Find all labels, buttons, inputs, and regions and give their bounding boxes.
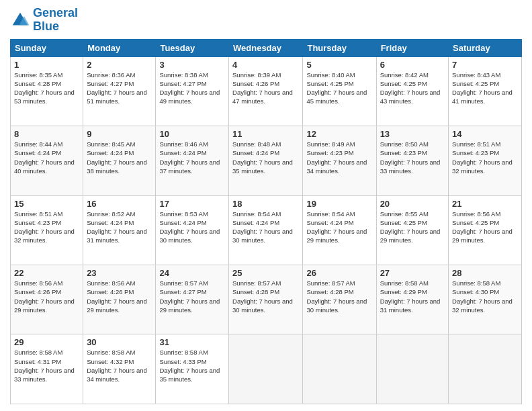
cell-text: Sunrise: 8:38 AMSunset: 4:27 PMDaylight:…: [159, 71, 220, 105]
cell-text: Sunrise: 8:56 AMSunset: 4:26 PMDaylight:…: [87, 279, 147, 314]
calendar-cell: 21Sunrise: 8:56 AMSunset: 4:25 PMDayligh…: [449, 195, 522, 265]
cell-text: Sunrise: 8:56 AMSunset: 4:26 PMDaylight:…: [14, 279, 75, 314]
day-number: 1: [14, 60, 79, 70]
col-header-saturday: Saturday: [449, 39, 522, 56]
cell-text: Sunrise: 8:58 AMSunset: 4:32 PMDaylight:…: [87, 349, 147, 383]
day-number: 28: [452, 268, 518, 278]
cell-text: Sunrise: 8:54 AMSunset: 4:24 PMDaylight:…: [306, 210, 367, 244]
day-number: 27: [380, 268, 445, 278]
calendar-cell: 14Sunrise: 8:51 AMSunset: 4:23 PMDayligh…: [449, 126, 522, 195]
calendar-cell: 7Sunrise: 8:43 AMSunset: 4:25 PMDaylight…: [449, 56, 522, 126]
logo: General Blue: [10, 7, 78, 34]
day-number: 29: [14, 337, 79, 347]
cell-text: Sunrise: 8:58 AMSunset: 4:33 PMDaylight:…: [159, 349, 220, 383]
day-number: 10: [159, 129, 225, 139]
calendar-cell: 18Sunrise: 8:54 AMSunset: 4:24 PMDayligh…: [229, 195, 303, 265]
col-header-thursday: Thursday: [303, 39, 376, 56]
day-number: 25: [232, 268, 299, 278]
calendar-cell: 20Sunrise: 8:55 AMSunset: 4:25 PMDayligh…: [376, 195, 448, 265]
cell-text: Sunrise: 8:36 AMSunset: 4:27 PMDaylight:…: [87, 71, 147, 105]
calendar-week-2: 8Sunrise: 8:44 AMSunset: 4:24 PMDaylight…: [11, 126, 522, 195]
cell-text: Sunrise: 8:56 AMSunset: 4:25 PMDaylight:…: [452, 210, 513, 244]
day-number: 9: [87, 129, 152, 139]
calendar-cell: 27Sunrise: 8:58 AMSunset: 4:29 PMDayligh…: [376, 265, 448, 334]
calendar-cell: 26Sunrise: 8:57 AMSunset: 4:28 PMDayligh…: [303, 265, 376, 334]
day-number: 14: [452, 129, 518, 139]
calendar-cell: [449, 334, 522, 404]
calendar-cell: 22Sunrise: 8:56 AMSunset: 4:26 PMDayligh…: [11, 265, 83, 334]
col-header-sunday: Sunday: [11, 39, 83, 56]
calendar-cell: 8Sunrise: 8:44 AMSunset: 4:24 PMDaylight…: [11, 126, 83, 195]
calendar-body: 1Sunrise: 8:35 AMSunset: 4:28 PMDaylight…: [11, 56, 522, 404]
cell-text: Sunrise: 8:58 AMSunset: 4:30 PMDaylight:…: [452, 279, 513, 314]
calendar-cell: 1Sunrise: 8:35 AMSunset: 4:28 PMDaylight…: [11, 56, 83, 126]
cell-text: Sunrise: 8:35 AMSunset: 4:28 PMDaylight:…: [14, 71, 75, 105]
cell-text: Sunrise: 8:57 AMSunset: 4:28 PMDaylight:…: [232, 279, 293, 314]
cell-text: Sunrise: 8:44 AMSunset: 4:24 PMDaylight:…: [14, 140, 75, 175]
col-header-monday: Monday: [83, 39, 156, 56]
calendar-header-row: SundayMondayTuesdayWednesdayThursdayFrid…: [11, 39, 522, 56]
day-number: 8: [14, 129, 79, 139]
calendar-cell: 23Sunrise: 8:56 AMSunset: 4:26 PMDayligh…: [83, 265, 156, 334]
cell-text: Sunrise: 8:45 AMSunset: 4:24 PMDaylight:…: [87, 140, 147, 175]
calendar-cell: 29Sunrise: 8:58 AMSunset: 4:31 PMDayligh…: [11, 334, 83, 404]
cell-text: Sunrise: 8:57 AMSunset: 4:28 PMDaylight:…: [306, 279, 367, 314]
day-number: 30: [87, 337, 152, 347]
calendar-cell: 17Sunrise: 8:53 AMSunset: 4:24 PMDayligh…: [156, 195, 229, 265]
cell-text: Sunrise: 8:57 AMSunset: 4:27 PMDaylight:…: [159, 279, 220, 314]
calendar-cell: [376, 334, 448, 404]
day-number: 5: [306, 60, 372, 70]
calendar-cell: 25Sunrise: 8:57 AMSunset: 4:28 PMDayligh…: [229, 265, 303, 334]
day-number: 19: [306, 199, 372, 209]
col-header-wednesday: Wednesday: [229, 39, 303, 56]
calendar-cell: 19Sunrise: 8:54 AMSunset: 4:24 PMDayligh…: [303, 195, 376, 265]
page-header: General Blue: [10, 7, 522, 34]
calendar-week-3: 15Sunrise: 8:51 AMSunset: 4:23 PMDayligh…: [11, 195, 522, 265]
calendar-week-1: 1Sunrise: 8:35 AMSunset: 4:28 PMDaylight…: [11, 56, 522, 126]
cell-text: Sunrise: 8:55 AMSunset: 4:25 PMDaylight:…: [380, 210, 441, 244]
calendar-cell: 9Sunrise: 8:45 AMSunset: 4:24 PMDaylight…: [83, 126, 156, 195]
calendar-cell: 6Sunrise: 8:42 AMSunset: 4:25 PMDaylight…: [376, 56, 448, 126]
day-number: 21: [452, 199, 518, 209]
cell-text: Sunrise: 8:39 AMSunset: 4:26 PMDaylight:…: [232, 71, 293, 105]
cell-text: Sunrise: 8:48 AMSunset: 4:24 PMDaylight:…: [232, 140, 293, 175]
calendar-cell: 15Sunrise: 8:51 AMSunset: 4:23 PMDayligh…: [11, 195, 83, 265]
calendar-week-4: 22Sunrise: 8:56 AMSunset: 4:26 PMDayligh…: [11, 265, 522, 334]
cell-text: Sunrise: 8:51 AMSunset: 4:23 PMDaylight:…: [452, 140, 513, 175]
day-number: 23: [87, 268, 152, 278]
calendar-week-5: 29Sunrise: 8:58 AMSunset: 4:31 PMDayligh…: [11, 334, 522, 404]
day-number: 24: [159, 268, 225, 278]
day-number: 11: [232, 129, 299, 139]
day-number: 18: [232, 199, 299, 209]
calendar-cell: 12Sunrise: 8:49 AMSunset: 4:23 PMDayligh…: [303, 126, 376, 195]
day-number: 2: [87, 60, 152, 70]
calendar-cell: 30Sunrise: 8:58 AMSunset: 4:32 PMDayligh…: [83, 334, 156, 404]
col-header-friday: Friday: [376, 39, 448, 56]
day-number: 16: [87, 199, 152, 209]
calendar-cell: 28Sunrise: 8:58 AMSunset: 4:30 PMDayligh…: [449, 265, 522, 334]
cell-text: Sunrise: 8:52 AMSunset: 4:24 PMDaylight:…: [87, 210, 147, 244]
calendar-cell: 4Sunrise: 8:39 AMSunset: 4:26 PMDaylight…: [229, 56, 303, 126]
calendar-cell: 31Sunrise: 8:58 AMSunset: 4:33 PMDayligh…: [156, 334, 229, 404]
calendar-cell: [303, 334, 376, 404]
day-number: 7: [452, 60, 518, 70]
cell-text: Sunrise: 8:58 AMSunset: 4:31 PMDaylight:…: [14, 349, 75, 383]
calendar-cell: 16Sunrise: 8:52 AMSunset: 4:24 PMDayligh…: [83, 195, 156, 265]
day-number: 13: [380, 129, 445, 139]
calendar-cell: 5Sunrise: 8:40 AMSunset: 4:25 PMDaylight…: [303, 56, 376, 126]
cell-text: Sunrise: 8:53 AMSunset: 4:24 PMDaylight:…: [159, 210, 220, 244]
day-number: 15: [14, 199, 79, 209]
cell-text: Sunrise: 8:43 AMSunset: 4:25 PMDaylight:…: [452, 71, 513, 105]
day-number: 12: [306, 129, 372, 139]
calendar-cell: 24Sunrise: 8:57 AMSunset: 4:27 PMDayligh…: [156, 265, 229, 334]
day-number: 6: [380, 60, 445, 70]
day-number: 22: [14, 268, 79, 278]
calendar-cell: [229, 334, 303, 404]
day-number: 4: [232, 60, 299, 70]
calendar-cell: 2Sunrise: 8:36 AMSunset: 4:27 PMDaylight…: [83, 56, 156, 126]
day-number: 26: [306, 268, 372, 278]
calendar-table: SundayMondayTuesdayWednesdayThursdayFrid…: [10, 39, 522, 404]
day-number: 31: [159, 337, 225, 347]
cell-text: Sunrise: 8:40 AMSunset: 4:25 PMDaylight:…: [306, 71, 367, 105]
calendar-cell: 3Sunrise: 8:38 AMSunset: 4:27 PMDaylight…: [156, 56, 229, 126]
